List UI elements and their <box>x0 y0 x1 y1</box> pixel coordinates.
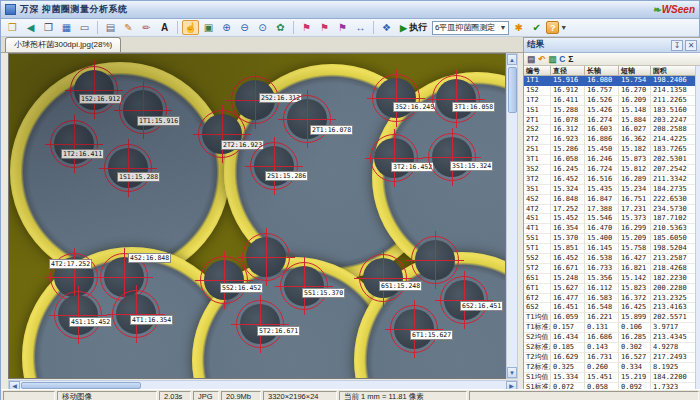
picker-tool-icon[interactable]: ✿ <box>272 20 289 35</box>
copy-icon[interactable]: ❐ <box>40 20 57 35</box>
table-row[interactable]: 2T116.07816.27415.884203.2247 <box>524 116 695 126</box>
table-row[interactable]: 3S115.32415.43515.234184.2735 <box>524 185 695 195</box>
table-row[interactable]: T2均值16.62916.73116.527217.2493 <box>524 353 695 363</box>
results-table-header: 编号 直径 长轴 短轴 面积 <box>524 66 695 76</box>
table-cell: 15.334 <box>551 373 585 383</box>
table-row[interactable]: T2标准差0.3250.2600.3348.1925 <box>524 363 695 373</box>
back-icon[interactable]: ◀ <box>22 20 39 35</box>
table-row[interactable]: 2S216.31216.60316.027208.2588 <box>524 125 695 135</box>
table-row[interactable]: 6T115.62716.11215.823200.2280 <box>524 284 695 294</box>
export-icon[interactable]: ▤ <box>527 55 535 64</box>
zoom-out-icon[interactable]: ⊖ <box>236 20 253 35</box>
image-tab[interactable]: 小球孢杆菌300dpi.jpg(28%) <box>5 37 121 52</box>
content-area: 1S2:16.9121T1:15.9161T2:16.4111S1:15.288… <box>1 53 700 389</box>
zone-measure-label: 6S2:16.451 <box>460 301 503 311</box>
table-cell: 4.9278 <box>651 343 695 353</box>
table-row[interactable]: 6S216.45116.54816.425213.4163 <box>524 303 695 313</box>
table-cell: 16.246 <box>585 155 619 165</box>
table-row[interactable]: 5T216.67116.73316.821218.4268 <box>524 264 695 274</box>
table-cell: 1T2 <box>524 96 551 106</box>
screen-icon[interactable]: ▭ <box>76 20 93 35</box>
sum-icon[interactable]: Σ <box>568 55 573 64</box>
table-cell: 5T1 <box>524 244 551 254</box>
measure-flag-1-icon[interactable]: ⚑ <box>298 20 315 35</box>
preset-select[interactable]: 6平皿抑菌圈测定 ▼ <box>432 21 509 35</box>
status-mode: 移动图像 <box>57 391 157 400</box>
table-cell: 0.143 <box>585 343 619 353</box>
column-header[interactable]: 长轴 <box>585 66 619 76</box>
table-row[interactable]: 5S216.45216.53816.427213.2587 <box>524 254 695 264</box>
text-tool-icon[interactable]: A <box>156 20 173 35</box>
chevron-down-icon: ▼ <box>499 24 506 31</box>
scroll-down-icon[interactable]: ▼ <box>507 367 517 378</box>
table-row[interactable]: 5T115.85116.14515.758198.5204 <box>524 244 695 254</box>
image-canvas[interactable]: 1S2:16.9121T1:15.9161T2:16.4111S1:15.288… <box>9 54 506 379</box>
table-row[interactable]: 4S216.84816.84716.751222.6530 <box>524 195 695 205</box>
table-cell: 15.627 <box>551 284 585 294</box>
table-cell: 222.6530 <box>651 195 695 205</box>
table-row[interactable]: 5S115.37015.40015.209185.6050 <box>524 234 695 244</box>
table-cell: 3.9717 <box>651 323 695 333</box>
table-row[interactable]: T1均值16.05916.22115.899202.5571 <box>524 313 695 323</box>
table-row[interactable]: S2均值16.43416.68616.285213.4345 <box>524 333 695 343</box>
help-button[interactable]: ? ▼ <box>546 21 567 34</box>
scroll-up-icon[interactable]: ▲ <box>507 54 517 65</box>
table-row[interactable]: 2S115.28615.45015.182183.7265 <box>524 145 695 155</box>
open-file-icon[interactable]: ❒ <box>4 20 21 35</box>
table-row[interactable]: 4S115.45215.54615.373187.7102 <box>524 214 695 224</box>
table-row[interactable]: 6S115.24815.35615.142182.2230 <box>524 274 695 284</box>
table-row[interactable]: 6T216.47716.58316.372213.2325 <box>524 294 695 304</box>
column-header[interactable]: 面积 <box>651 66 695 76</box>
run-button[interactable]: ▶ 执行 <box>396 20 431 35</box>
crosshair-icon <box>394 129 395 187</box>
window-icon[interactable]: ❖ <box>378 20 395 35</box>
measure-flag-3-icon[interactable]: ⚑ <box>334 20 351 35</box>
table-cell: 15.400 <box>585 234 619 244</box>
vertical-scroll-thumb[interactable] <box>508 67 517 113</box>
pin-icon[interactable]: ↧ <box>671 40 683 51</box>
table-row[interactable]: 4T217.25217.38817.231234.5730 <box>524 205 695 215</box>
edit-icon[interactable]: ✏ <box>138 20 155 35</box>
vertical-scrollbar[interactable]: ▲ ▼ <box>506 53 518 379</box>
image-tool-icon[interactable]: ▣ <box>200 20 217 35</box>
table-row[interactable]: 4T116.35416.47016.299210.5363 <box>524 224 695 234</box>
copy-result-icon[interactable]: C <box>559 55 565 64</box>
pencil-icon[interactable]: ✎ <box>120 20 137 35</box>
table-cell: 15.812 <box>619 165 651 175</box>
close-icon[interactable]: ✕ <box>685 40 697 51</box>
measure-flag-2-icon[interactable]: ⚑ <box>316 20 333 35</box>
table-cell: 16.583 <box>585 294 619 304</box>
table-row[interactable]: 2T216.92316.88616.362214.4225 <box>524 135 695 145</box>
table-row[interactable]: 1T216.41116.52616.209211.2265 <box>524 96 695 106</box>
table-row[interactable]: 1S216.91216.75716.270214.1358 <box>524 86 695 96</box>
table-row[interactable]: S1均值15.33415.45115.219184.2200 <box>524 373 695 383</box>
table-row[interactable]: 1T115.91616.08015.754198.2406 <box>524 76 695 86</box>
table-row[interactable]: S2标准差0.1850.1430.3024.9278 <box>524 343 695 353</box>
column-header[interactable]: 短轴 <box>619 66 651 76</box>
pan-tool-icon[interactable]: ☝ <box>182 20 199 35</box>
table-row[interactable]: T1标准差0.1570.1310.1063.9717 <box>524 323 695 333</box>
table-row[interactable]: 3T216.45216.51616.289211.3342 <box>524 175 695 185</box>
table-row[interactable]: 1S115.28815.42615.148183.5160 <box>524 106 695 116</box>
save-result-icon[interactable]: ▥ <box>548 55 556 64</box>
horizontal-scroll-thumb[interactable] <box>21 382 141 389</box>
save-icon[interactable]: ▦ <box>58 20 75 35</box>
undo-icon[interactable]: ↶ <box>538 55 545 64</box>
table-row[interactable]: 3S216.24516.72415.812207.2542 <box>524 165 695 175</box>
table-cell: 16.145 <box>585 244 619 254</box>
toolbar-separator <box>373 21 374 34</box>
crosshair-icon <box>274 137 275 195</box>
column-header[interactable]: 编号 <box>524 66 551 76</box>
table-cell: 4T1 <box>524 224 551 234</box>
zoom-in-icon[interactable]: ⊕ <box>218 20 235 35</box>
panel-scrollbar[interactable] <box>695 66 700 390</box>
link-icon[interactable]: ↔ <box>352 20 369 35</box>
table-row[interactable]: 3T116.05816.24615.873202.5301 <box>524 155 695 165</box>
table-cell: 16.686 <box>585 333 619 343</box>
zoom-reset-icon[interactable]: ⊙ <box>254 20 271 35</box>
print-icon[interactable]: ▤ <box>102 20 119 35</box>
settings-icon[interactable]: ✱ <box>510 20 527 35</box>
confirm-icon[interactable]: ✔ <box>528 20 545 35</box>
column-header[interactable]: 直径 <box>551 66 585 76</box>
app-icon[interactable] <box>5 4 16 15</box>
